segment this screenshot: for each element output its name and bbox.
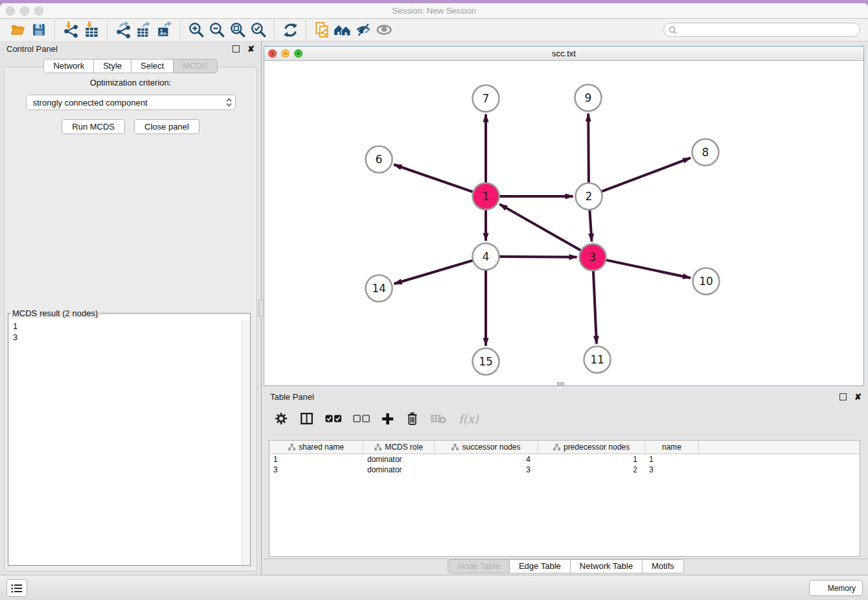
tab-style[interactable]: Style [94, 59, 131, 73]
close-table-panel-icon[interactable]: ✘ [854, 393, 862, 401]
node-table: shared name MCDS role successor nodes pr… [269, 440, 860, 557]
memory-status-dot [816, 584, 824, 592]
graph-node-label-7: 7 [483, 92, 490, 105]
column-header-successor-nodes[interactable]: successor nodes [435, 441, 538, 454]
graph-edge-3-1[interactable] [499, 204, 583, 252]
memory-button[interactable]: Memory [809, 580, 863, 596]
graph-edge-2-3[interactable] [589, 207, 591, 241]
tab-mcds[interactable]: MCDS [174, 59, 217, 73]
table-row[interactable]: 1 dominator 4 1 1 [269, 454, 860, 465]
network-frame-title: scc.txt [264, 49, 863, 58]
hide-graphics-details-icon[interactable] [353, 20, 374, 40]
tab-select[interactable]: Select [131, 59, 174, 73]
table-settings-gear-icon[interactable] [274, 411, 288, 426]
table-panel: Table Panel ✘ [264, 389, 868, 575]
graph-edge-1-6[interactable] [394, 165, 475, 193]
column-header-shared-name[interactable]: shared name [269, 441, 363, 454]
column-type-icon [374, 444, 382, 450]
chevron-up-down-icon [225, 98, 233, 107]
graph-node-label-3: 3 [589, 251, 597, 264]
zoom-fit-icon[interactable] [227, 20, 248, 40]
function-builder-icon[interactable]: f(x) [459, 412, 479, 426]
graph-edge-4-14[interactable] [394, 260, 475, 284]
table-row[interactable]: 3 dominator 3 2 3 [269, 465, 860, 475]
column-header-name[interactable]: name [645, 441, 699, 454]
select-all-columns-icon[interactable] [325, 414, 342, 424]
column-header-mcds-role[interactable]: MCDS role [363, 441, 435, 454]
graph-edge-3-11[interactable] [593, 268, 597, 343]
float-panel-icon[interactable] [233, 45, 240, 52]
tab-node-table[interactable]: Node Table [448, 559, 510, 573]
column-header-predecessor-nodes[interactable]: predecessor nodes [538, 441, 645, 454]
result-scrollbar[interactable] [242, 320, 249, 564]
toolbar-separator [107, 20, 108, 40]
save-session-icon[interactable] [29, 20, 49, 40]
create-column-icon[interactable] [381, 412, 394, 426]
list-icon [11, 584, 23, 593]
optimization-criterion-select[interactable]: strongly connected component [26, 95, 236, 110]
show-column-panel-icon[interactable] [299, 411, 314, 426]
zoom-out-icon[interactable] [207, 20, 227, 40]
network-canvas[interactable]: 7968124314101511 [264, 61, 863, 386]
tab-network[interactable]: Network [43, 59, 94, 73]
search-icon [668, 26, 677, 34]
open-file-icon[interactable] [8, 20, 29, 40]
export-table-icon[interactable] [133, 20, 154, 40]
graph-node-label-2: 2 [586, 190, 593, 203]
graph-node-label-14: 14 [372, 282, 386, 295]
delete-column-trash-icon[interactable] [405, 411, 419, 426]
graph-node-label-4: 4 [483, 250, 490, 263]
import-network-icon[interactable] [60, 20, 81, 40]
mcds-result-group: MCDS result (2 nodes) 1 3 [8, 308, 251, 566]
tab-network-table[interactable]: Network Table [571, 559, 643, 573]
app-window: Session: New Session [0, 3, 868, 600]
export-image-icon[interactable] [154, 20, 175, 40]
zoom-in-icon[interactable] [186, 20, 207, 40]
graph-edge-4-3[interactable] [496, 257, 577, 257]
mcds-panel-body: Optimization criterion: strongly connect… [4, 67, 257, 571]
graph-node-label-9: 9 [585, 91, 592, 104]
mcds-result-text[interactable]: 1 3 [9, 320, 242, 564]
graph-edge-2-9[interactable] [588, 113, 589, 185]
show-graphics-details-icon[interactable] [374, 20, 394, 40]
refresh-icon[interactable] [280, 20, 301, 40]
tab-edge-table[interactable]: Edge Table [510, 559, 571, 573]
toolbar-separator [54, 20, 55, 40]
table-panel-title: Table Panel [270, 392, 314, 402]
frame-resize-grip[interactable] [557, 382, 564, 386]
table-toolbar: f(x) [264, 406, 868, 431]
search-box [663, 23, 860, 37]
graph-node-label-15: 15 [479, 355, 493, 368]
export-network-icon[interactable] [113, 20, 133, 40]
search-input[interactable] [680, 25, 855, 35]
delete-table-icon[interactable] [430, 413, 446, 424]
mcds-result-title: MCDS result (2 nodes) [10, 308, 100, 318]
graph-edge-3-10[interactable] [603, 259, 691, 278]
run-mcds-button[interactable]: Run MCDS [62, 119, 125, 134]
title-bar: Session: New Session [0, 3, 868, 19]
task-history-button[interactable] [6, 579, 27, 597]
close-panel-icon[interactable]: ✘ [247, 45, 255, 53]
main-toolbar [0, 19, 868, 41]
import-table-icon[interactable] [81, 20, 102, 40]
tab-motifs[interactable]: Motifs [643, 559, 684, 573]
network-view-frame: x – + scc.txt 7968124314101511 [264, 46, 864, 386]
graph-node-label-11: 11 [590, 353, 604, 366]
network-frame-titlebar[interactable]: x – + scc.txt [264, 47, 863, 61]
zoom-selected-icon[interactable] [248, 20, 269, 40]
control-panel-title: Control Panel [6, 44, 58, 54]
toolbar-separator [306, 20, 306, 40]
float-table-panel-icon[interactable] [839, 393, 847, 400]
graph-edge-2-8[interactable] [599, 158, 691, 193]
home-icon[interactable] [332, 20, 353, 40]
graph-node-label-6: 6 [376, 153, 383, 166]
close-panel-button[interactable]: Close panel [134, 119, 200, 134]
optimization-criterion-label: Optimization criterion: [5, 78, 257, 87]
table-header-row: shared name MCDS role successor nodes pr… [269, 441, 860, 454]
toolbar-separator [274, 20, 275, 40]
graph-node-label-8: 8 [702, 146, 709, 159]
unselect-all-columns-icon[interactable] [353, 414, 370, 424]
clone-network-icon[interactable] [312, 20, 332, 40]
column-type-icon [553, 444, 560, 450]
control-panel: Control Panel ✘ Network Style Select MCD… [0, 41, 262, 575]
